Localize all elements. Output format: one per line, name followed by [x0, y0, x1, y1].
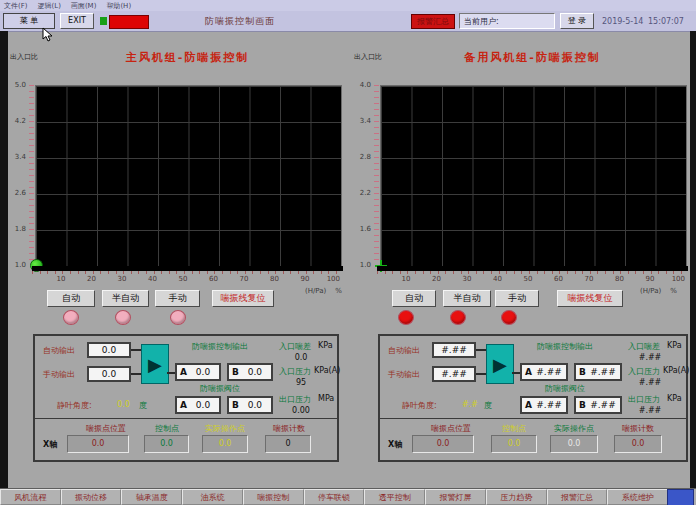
control-point-value: 0.0: [144, 435, 189, 453]
right-chart-plot[interactable]: [380, 85, 687, 266]
surge-count-header: 喘振计数: [612, 423, 664, 434]
bottom-nav-item[interactable]: 系统维护: [607, 489, 668, 505]
x-tick-label: 20: [66, 275, 97, 283]
output-b-box: B #.##: [574, 363, 622, 381]
bottom-nav-item[interactable]: 透平控制: [364, 489, 425, 505]
manual-output-value: 0.0: [87, 366, 131, 382]
x-tick-label: 60: [188, 275, 219, 283]
alarm-summary-button[interactable]: 报警汇总: [411, 14, 455, 29]
output-b-box: B 0.0: [227, 363, 273, 381]
mouse-cursor: [42, 27, 53, 43]
menu-item[interactable]: 帮助(H): [106, 1, 131, 11]
x-tick-label: 50: [157, 275, 188, 283]
auto-button-main[interactable]: 自动: [47, 290, 95, 307]
menu-item[interactable]: 文件(F): [4, 1, 28, 11]
nav-corner-box[interactable]: [667, 489, 694, 505]
auto-button-backup[interactable]: 自动: [392, 290, 436, 307]
manual-button-backup[interactable]: 手动: [495, 290, 539, 307]
valve-b-box: B 0.0: [227, 396, 273, 414]
x-tick-label: 90: [624, 275, 655, 283]
left-chart-plot[interactable]: [35, 85, 342, 266]
x-tick-label: 80: [594, 275, 625, 283]
output-b-tag: B: [229, 367, 239, 377]
valve-a-tag: A: [177, 400, 187, 410]
output-a-box: A #.##: [520, 363, 568, 381]
bottom-nav-item[interactable]: 油系统: [182, 489, 243, 505]
anti-surge-output-label: 防喘振控制输出: [160, 341, 280, 352]
bottom-nav-item[interactable]: 轴承温度: [121, 489, 182, 505]
actual-point-value: 0.0: [202, 435, 248, 453]
x-tick-label: 40: [127, 275, 158, 283]
time-display: 15:07:07: [648, 17, 684, 26]
selector-triangle-icon: ▶: [148, 354, 162, 375]
surge-point-header: 喘振点位置: [75, 423, 137, 434]
exit-button[interactable]: EXIT: [60, 13, 94, 29]
x-tick-label: 70: [563, 275, 594, 283]
output-a-tag: A: [177, 367, 187, 377]
inlet-press-value: #.##: [630, 378, 670, 387]
surge-line-reset-button-backup[interactable]: 喘振线复位: [557, 290, 623, 307]
left-chart-y-ticks: [29, 85, 34, 265]
inlet-diff-unit: KPa: [667, 341, 682, 350]
x-axis-label: X轴: [388, 439, 402, 450]
main-fan-surge-row: X轴 喘振点位置 控制点 实际操作点 喘振计数 0.0 0.0 0.0 0: [33, 419, 339, 462]
surge-line-reset-button-main[interactable]: 喘振线复位: [212, 290, 274, 307]
y-tick-label: 2.2: [360, 189, 371, 197]
inlet-press-value: 95: [281, 378, 321, 387]
semi-auto-button-backup[interactable]: 半自动: [443, 290, 491, 307]
login-button[interactable]: 登 录: [560, 13, 594, 29]
x-tick-label: 100: [310, 275, 341, 283]
inlet-diff-value: #.##: [630, 353, 670, 362]
surge-point-value: 0.0: [412, 435, 474, 453]
outlet-press-label: 出口压力: [628, 394, 660, 405]
output-a-box: A 0.0: [175, 363, 221, 381]
inlet-press-unit: KPa(A): [663, 366, 689, 375]
backup-fan-surge-row: X轴 喘振点位置 控制点 实际操作点 喘振计数 0.0 0.0 0.0 0.0: [378, 419, 688, 462]
vane-angle-unit: 度: [139, 400, 147, 411]
vane-angle-value: 0.0: [117, 400, 130, 409]
backup-fan-data-panel: 自动输出 #.## 手动输出 #.## ▶ 防喘振控制输出 A #.## B #…: [378, 334, 688, 420]
toolbar: 菜 单 EXIT 防喘振控制画面 报警汇总 当前用户: 登 录 2019-5-1…: [0, 11, 696, 32]
left-chart-y-axis: 5.04.23.42.61.81.0: [6, 85, 26, 265]
auto-mode-lamp: [63, 310, 79, 325]
bottom-nav-item[interactable]: 报警灯屏: [425, 489, 486, 505]
menu-item[interactable]: 逻辑(L): [38, 1, 61, 11]
current-user-label: 当前用户:: [464, 17, 499, 26]
anti-surge-output-label: 防喘振控制输出: [505, 341, 625, 352]
y-tick-label: 4.2: [15, 117, 26, 125]
right-chart-x-labels: 102030405060708090100: [380, 275, 685, 283]
valve-a-tag: A: [522, 400, 532, 410]
output-b-value: #.##: [586, 367, 620, 377]
semi-auto-mode-lamp: [450, 310, 466, 325]
bottom-nav-item[interactable]: 报警汇总: [547, 489, 608, 505]
bottom-nav-item[interactable]: 振动位移: [61, 489, 122, 505]
bottom-nav-item[interactable]: 风机流程: [0, 489, 61, 505]
x-tick-label: 90: [279, 275, 310, 283]
bottom-nav-item[interactable]: 压力趋势: [486, 489, 547, 505]
x-tick-label: 40: [472, 275, 503, 283]
x-tick-label: 100: [655, 275, 686, 283]
outlet-press-unit: MPa: [318, 394, 334, 403]
bottom-nav-item[interactable]: 喘振控制: [243, 489, 304, 505]
valve-a-box: A 0.0: [175, 396, 221, 414]
bottom-nav: 风机流程振动位移轴承温度油系统喘振控制停车联锁透平控制报警灯屏压力趋势报警汇总系…: [0, 488, 696, 505]
menu-item[interactable]: 画面(M): [71, 1, 97, 11]
output-a-value: 0.0: [187, 367, 219, 377]
y-tick-label: 4.0: [360, 81, 371, 89]
manual-button-main[interactable]: 手动: [155, 290, 200, 307]
surge-point-header: 喘振点位置: [420, 423, 482, 434]
inlet-press-label: 入口压力: [628, 366, 660, 377]
valve-b-value: #.##: [586, 400, 620, 410]
x-axis-label: X轴: [43, 439, 57, 450]
semi-auto-button-main[interactable]: 半自动: [102, 290, 149, 307]
current-user-field[interactable]: 当前用户:: [459, 13, 555, 29]
surge-count-value: 0.0: [614, 435, 662, 453]
right-chart-y-axis: 4.03.42.82.21.61.0: [351, 85, 371, 265]
auto-output-label: 自动输出: [43, 345, 75, 356]
manual-output-label: 手动输出: [43, 369, 75, 380]
bottom-nav-item[interactable]: 停车联锁: [304, 489, 365, 505]
outlet-press-unit: KPa: [667, 394, 682, 403]
x-tick-label: 60: [533, 275, 564, 283]
surge-point-value: 0.0: [67, 435, 129, 453]
inlet-diff-unit: KPa: [318, 341, 333, 350]
